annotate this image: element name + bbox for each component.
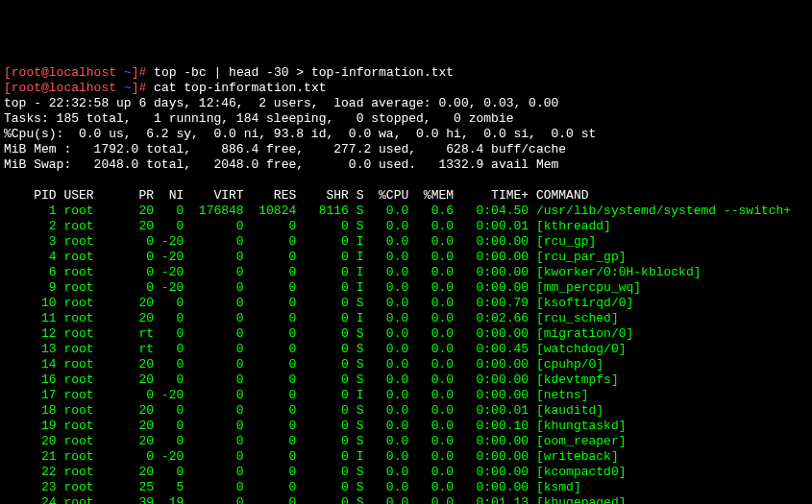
command-2: cat top-information.txt (154, 81, 326, 95)
process-row: 10 root 20 0 0 0 0 S 0.0 0.0 0:00.79 [ks… (4, 296, 633, 310)
process-row: 22 root 20 0 0 0 0 S 0.0 0.0 0:00.00 [kc… (4, 465, 627, 479)
process-row: 24 root 39 19 0 0 0 S 0.0 0.0 0:01.13 [k… (4, 495, 627, 504)
prompt-line-1: [root@localhost ~]# top -bc | head -30 >… (4, 65, 454, 80)
process-row: 12 root rt 0 0 0 0 S 0.0 0.0 0:00.00 [mi… (4, 326, 633, 341)
process-row: 14 root 20 0 0 0 0 S 0.0 0.0 0:00.00 [cp… (4, 357, 603, 372)
process-row: 13 root rt 0 0 0 0 S 0.0 0.0 0:00.45 [wa… (4, 342, 627, 356)
process-row: 9 root 0 -20 0 0 0 I 0.0 0.0 0:00.00 [mm… (4, 280, 641, 295)
process-row: 23 root 25 5 0 0 0 S 0.0 0.0 0:00.00 [ks… (4, 480, 581, 494)
process-row: 3 root 0 -20 0 0 0 I 0.0 0.0 0:00.00 [rc… (4, 234, 596, 249)
process-row: 18 root 20 0 0 0 0 S 0.0 0.0 0:00.01 [ka… (4, 403, 603, 418)
command-1: top -bc | head -30 > top-information.txt (154, 65, 454, 80)
top-summary-line-3: %Cpu(s): 0.0 us, 6.2 sy, 0.0 ni, 93.8 id… (4, 127, 596, 141)
process-row: 2 root 20 0 0 0 0 S 0.0 0.0 0:00.01 [kth… (4, 219, 611, 233)
prompt-suffix: ]# (132, 65, 147, 80)
top-summary-line-5: MiB Swap: 2048.0 total, 2048.0 free, 0.0… (4, 157, 558, 172)
process-row: 1 root 20 0 176848 10824 8116 S 0.0 0.6 … (4, 204, 791, 218)
prompt-line-2: [root@localhost ~]# cat top-information.… (4, 81, 327, 95)
prompt-user-host: [root@localhost (4, 81, 116, 95)
prompt-path: ~ (124, 65, 132, 80)
process-row: 19 root 20 0 0 0 0 S 0.0 0.0 0:00.10 [kh… (4, 419, 627, 433)
top-column-headers: PID USER PR NI VIRT RES SHR S %CPU %MEM … (4, 188, 589, 203)
process-row: 16 root 20 0 0 0 0 S 0.0 0.0 0:00.00 [kd… (4, 372, 619, 387)
prompt-suffix: ]# (132, 81, 147, 95)
prompt-user-host: [root@localhost (4, 65, 116, 80)
top-summary-line-2: Tasks: 185 total, 1 running, 184 sleepin… (4, 111, 514, 126)
process-row: 4 root 0 -20 0 0 0 I 0.0 0.0 0:00.00 [rc… (4, 250, 627, 264)
top-summary-line-4: MiB Mem : 1792.0 total, 886.4 free, 277.… (4, 142, 566, 156)
process-row: 20 root 20 0 0 0 0 S 0.0 0.0 0:00.00 [oo… (4, 434, 627, 448)
top-summary-line-1: top - 22:32:58 up 6 days, 12:46, 2 users… (4, 96, 558, 110)
process-row: 6 root 0 -20 0 0 0 I 0.0 0.0 0:00.00 [kw… (4, 265, 701, 279)
process-row: 21 root 0 -20 0 0 0 I 0.0 0.0 0:00.00 [w… (4, 449, 619, 464)
process-row: 11 root 20 0 0 0 0 I 0.0 0.0 0:02.66 [rc… (4, 311, 619, 325)
terminal-output[interactable]: [root@localhost ~]# top -bc | head -30 >… (4, 65, 808, 504)
prompt-path: ~ (124, 81, 132, 95)
process-row: 17 root 0 -20 0 0 0 I 0.0 0.0 0:00.00 [n… (4, 388, 589, 402)
